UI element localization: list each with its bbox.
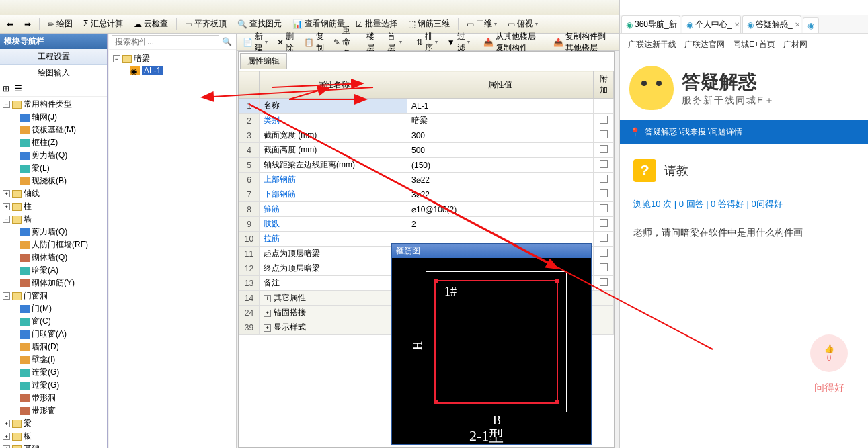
tree-node[interactable]: +梁	[1, 417, 106, 430]
like-label: 问得好	[810, 382, 848, 394]
tree-node[interactable]: +轴线	[1, 187, 106, 200]
component-toolbar: 📄 新建 ▾ ✕ 删除 📋 复制 ✎ 重命名 楼层 首层 ▾ ⇅ 排序 ▾ ▼ …	[237, 34, 619, 51]
browser-tabs: ◉360导航_新✕ ◉个人中心_✕ ◉答疑解惑_✕ ◉	[620, 15, 868, 34]
nav-link-0[interactable]: 广联达新干线	[628, 39, 676, 50]
left-tab-project[interactable]: 工程设置	[0, 49, 107, 65]
diagram-tag: 1#	[444, 285, 457, 299]
tree-node[interactable]: 连梁(G)	[1, 366, 106, 379]
tree-node[interactable]: 窗(C)	[1, 315, 106, 328]
tree-node[interactable]: 门(M)	[1, 302, 106, 315]
browser-hero: 答疑解惑 服务新干线同城E＋	[620, 56, 868, 120]
tree-node[interactable]: +基础	[1, 443, 106, 448]
tree-node[interactable]: 筏板基础(M)	[1, 124, 106, 136]
question-block: ? 请教 浏览10 次 | 0 回答 | 0 答得好 | 0问得好 老师，请问暗…	[620, 144, 868, 255]
question-title: 请教	[664, 163, 688, 179]
tree-node[interactable]: 暗梁(A)	[1, 264, 106, 277]
draw-btn[interactable]: ✏ 绘图	[44, 16, 77, 32]
right-browser-panel: ◉360导航_新✕ ◉个人中心_✕ ◉答疑解惑_✕ ◉ 广联达新干线 广联达官网…	[619, 0, 868, 448]
browser-nav: 广联达新干线 广联达官网 同城E+首页 广材网	[620, 34, 868, 56]
prop-row[interactable]: 6上部钢筋3⌀22	[239, 173, 614, 187]
prop-row[interactable]: 9肢数2	[239, 217, 614, 232]
tree-node[interactable]: +板	[1, 430, 106, 443]
hero-sub: 服务新干线同城E＋	[682, 95, 775, 107]
tree-node[interactable]: 剪力墙(Q)	[1, 226, 106, 238]
breadcrumb-text: 答疑解惑 \我来搜 \问题详情	[645, 126, 742, 138]
prop-row[interactable]: 7下部钢筋3⌀22	[239, 187, 614, 202]
tree-node[interactable]: +柱	[1, 200, 106, 213]
back-btn[interactable]: ⬅	[3, 17, 17, 31]
nav-link-1[interactable]: 广联达官网	[684, 39, 725, 50]
component-tree: −暗梁 ◉AL-1	[109, 50, 236, 79]
tree-node[interactable]: −门窗洞	[1, 289, 106, 302]
tree-icon[interactable]: ⊞	[3, 84, 12, 93]
prop-row[interactable]: 8箍筋⌀10@100(2)	[239, 202, 614, 217]
diagram-title: 箍筋图	[392, 244, 591, 258]
col-name: 属性名称	[260, 71, 407, 99]
left-nav-panel: 模块导航栏 工程设置 绘图输入 ⊞ ☰ −常用构件类型轴网(J)筏板基础(M)框…	[0, 34, 108, 448]
tree-node[interactable]: 框柱(Z)	[1, 136, 106, 149]
comp-item-al1[interactable]: ◉AL-1	[112, 65, 233, 76]
diagram-type: 2-1型	[469, 426, 504, 446]
browser-tab-0[interactable]: ◉360导航_新✕	[621, 15, 680, 33]
stirrup-diagram-window: 箍筋图 1# H B 2-1型	[391, 243, 592, 445]
axis-h: H	[411, 341, 425, 350]
prop-row[interactable]: 3截面宽度 (mm)300	[239, 128, 614, 143]
prop-row[interactable]: 5轴线距梁左边线距离(mm)(150)	[239, 158, 614, 173]
tree-node[interactable]: 梁(L)	[1, 162, 106, 175]
diagram-canvas: 1# H B 2-1型	[392, 258, 591, 445]
left-tree: −常用构件类型轴网(J)筏板基础(M)框柱(Z)剪力墙(Q)梁(L)现浇板(B)…	[0, 97, 107, 448]
tree-node[interactable]: −常用构件类型	[1, 98, 106, 111]
like-count: 0	[827, 353, 832, 363]
tree-node[interactable]: 壁龛(I)	[1, 353, 106, 366]
tree-node[interactable]: 门联窗(A)	[1, 328, 106, 341]
col-val: 属性值	[407, 71, 594, 99]
mascot-icon	[629, 66, 674, 110]
nav-link-2[interactable]: 同城E+首页	[733, 39, 775, 50]
pin-icon: 📍	[629, 127, 641, 138]
align-top-btn[interactable]: ▭ 平齐板顶	[181, 16, 231, 32]
question-stats: 浏览10 次 | 0 回答 | 0 答得好 | 0问得好	[633, 198, 855, 210]
like-button[interactable]: 👍 0	[810, 334, 848, 372]
question-body: 老师，请问暗梁在软件中是用什么构件画	[633, 225, 855, 240]
thumbs-up-icon: 👍	[824, 344, 834, 353]
list-icon[interactable]: ☰	[15, 84, 24, 93]
nav-link-3[interactable]: 广材网	[783, 39, 807, 50]
search-input[interactable]	[112, 35, 219, 48]
tree-node[interactable]: −墙	[1, 213, 106, 226]
left-nav-title: 模块导航栏	[0, 34, 107, 49]
prop-row[interactable]: 1名称AL-1	[239, 99, 614, 114]
like-block: 👍 0 问得好	[810, 334, 848, 394]
fwd-btn[interactable]: ➡	[20, 17, 35, 31]
tree-node[interactable]: 现浇板(B)	[1, 175, 106, 187]
tree-node[interactable]: 砌体加筋(Y)	[1, 277, 106, 289]
browser-tab-2[interactable]: ◉答疑解惑_✕	[742, 15, 801, 33]
col-chk: 附加	[594, 71, 614, 99]
component-search: 🔍	[109, 34, 236, 50]
question-mark-icon: ?	[633, 159, 656, 182]
comp-root[interactable]: −暗梁	[112, 52, 233, 65]
close-icon[interactable]: ✕	[734, 21, 740, 28]
tree-node[interactable]: 墙洞(D)	[1, 341, 106, 353]
col-num	[239, 71, 260, 99]
left-tab-draw[interactable]: 绘图输入	[0, 65, 107, 81]
search-icon[interactable]: 🔍	[219, 37, 235, 46]
cloud-check-btn[interactable]: ☁ 云检查	[130, 16, 172, 32]
tree-node[interactable]: 剪力墙(Q)	[1, 149, 106, 162]
browser-tab-1[interactable]: ◉个人中心_✕	[682, 15, 741, 33]
component-panel: 🔍 −暗梁 ◉AL-1	[109, 34, 237, 448]
prop-row[interactable]: 4截面高度 (mm)500	[239, 143, 614, 158]
tree-node[interactable]: 轴网(J)	[1, 111, 106, 124]
close-icon[interactable]: ✕	[795, 21, 800, 28]
tree-node[interactable]: 带形窗	[1, 404, 106, 417]
prop-row[interactable]: 2类别暗梁	[239, 114, 614, 128]
close-icon[interactable]: ✕	[679, 21, 680, 28]
tree-node[interactable]: 过梁(G)	[1, 379, 106, 392]
property-tab[interactable]: 属性编辑	[240, 53, 287, 69]
tree-node[interactable]: 人防门框墙(RF)	[1, 238, 106, 251]
tree-node[interactable]: 带形洞	[1, 392, 106, 404]
tree-node[interactable]: 砌体墙(Q)	[1, 251, 106, 264]
browser-tab-3[interactable]: ◉	[803, 17, 819, 33]
hero-title: 答疑解惑	[682, 69, 775, 95]
sum-btn[interactable]: Σ 汇总计算	[79, 16, 127, 32]
browser-breadcrumb: 📍 答疑解惑 \我来搜 \问题详情	[620, 120, 868, 144]
